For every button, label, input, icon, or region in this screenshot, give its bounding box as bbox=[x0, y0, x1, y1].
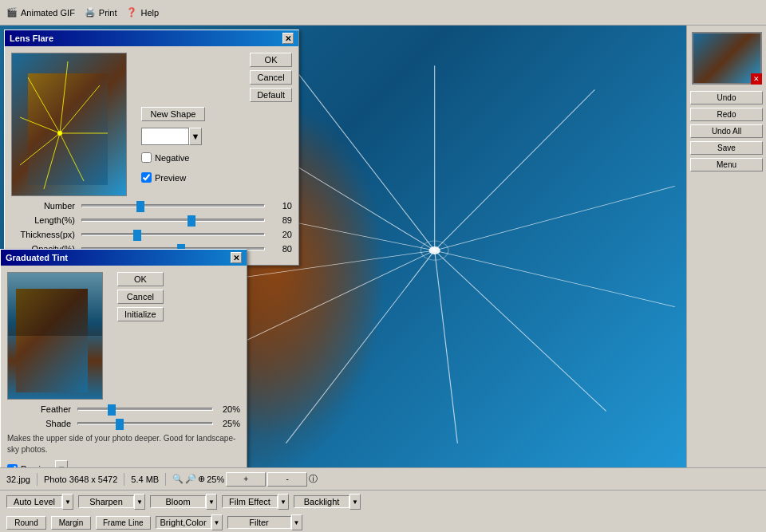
length-slider[interactable] bbox=[81, 219, 265, 222]
feather-value: 20% bbox=[218, 404, 240, 414]
film-effect-arrow[interactable]: ▼ bbox=[278, 494, 289, 510]
thickness-value: 20 bbox=[270, 230, 292, 239]
save-btn[interactable]: Save bbox=[690, 141, 763, 155]
bottom-area: Auto Level ▼ Sharpen ▼ Bloom ▼ bbox=[0, 490, 766, 532]
number-slider-row: Number 10 bbox=[11, 201, 292, 211]
zoom-out-btn[interactable]: - bbox=[267, 472, 307, 487]
shade-slider[interactable] bbox=[77, 422, 213, 425]
print-btn[interactable]: 🖨️ Print bbox=[85, 7, 117, 18]
dimensions: Photo 3648 x 5472 bbox=[44, 475, 117, 484]
graduated-tint-dialog: Graduated Tint ✕ OK Ca bbox=[0, 249, 247, 467]
sliders-section: Number 10 Length(%) 89 bbox=[11, 201, 292, 254]
grad-tint-titlebar: Graduated Tint ✕ bbox=[1, 250, 247, 266]
svg-point-22 bbox=[57, 131, 62, 136]
thickness-slider[interactable] bbox=[81, 233, 265, 236]
thickness-thumb[interactable] bbox=[133, 230, 141, 241]
number-label: Number bbox=[11, 201, 75, 211]
length-label: Length(%) bbox=[11, 215, 75, 225]
grad-tint-initialize-btn[interactable]: Initialize bbox=[117, 307, 164, 321]
zoom-in-btn[interactable]: + bbox=[226, 472, 266, 487]
filter-arrow[interactable]: ▼ bbox=[291, 514, 302, 530]
opacity-value: 80 bbox=[270, 244, 292, 254]
lens-flare-close-btn[interactable]: ✕ bbox=[282, 33, 294, 44]
filter-select[interactable]: Filter ▼ bbox=[227, 514, 302, 530]
svg-line-16 bbox=[20, 133, 60, 165]
grad-tint-ok-btn[interactable]: OK bbox=[117, 272, 164, 286]
bottom-bright-color-arrow[interactable]: ▼ bbox=[211, 514, 223, 530]
bloom-select[interactable]: Bloom ▼ bbox=[150, 494, 217, 510]
undo-btn[interactable]: Undo bbox=[690, 91, 763, 104]
shape-dropdown-arrow[interactable]: ▼ bbox=[189, 128, 202, 145]
lens-flare-ok-btn[interactable]: OK bbox=[250, 53, 292, 67]
number-thumb[interactable] bbox=[136, 201, 144, 212]
preview-checkbox[interactable] bbox=[141, 172, 152, 183]
shade-value: 25% bbox=[218, 419, 240, 428]
footer-dropdown-arrow[interactable]: ▼ bbox=[55, 460, 68, 467]
zoom-icon-2: 🔎 bbox=[185, 474, 196, 484]
status-bar: 32.jpg Photo 3648 x 5472 5.4 MB 🔍 🔎 ⊕ 25… bbox=[0, 467, 766, 490]
filter-box: Filter bbox=[227, 516, 291, 529]
bottom-round-btn[interactable]: Round bbox=[6, 516, 46, 530]
bottom-margin-btn[interactable]: Margin bbox=[51, 516, 91, 530]
grad-tint-footer: Preview ▼ bbox=[7, 460, 240, 467]
redo-btn[interactable]: Redo bbox=[690, 108, 763, 121]
help-btn[interactable]: ❓ Help bbox=[126, 7, 159, 18]
backlight-select[interactable]: Backlight ▼ bbox=[294, 494, 361, 510]
bottom-bright-color-select[interactable]: Bright,Color ▼ bbox=[156, 514, 223, 530]
zoom-level: 25% bbox=[207, 475, 224, 484]
grad-preview-checkbox[interactable] bbox=[7, 464, 18, 468]
sharpen-select[interactable]: Sharpen ▼ bbox=[78, 494, 145, 510]
shape-dropdown-box[interactable] bbox=[141, 128, 189, 145]
negative-checkbox[interactable] bbox=[141, 152, 152, 163]
backlight-arrow[interactable]: ▼ bbox=[349, 494, 361, 510]
number-value: 10 bbox=[270, 201, 292, 211]
lens-flare-cancel-btn[interactable]: Cancel bbox=[250, 70, 292, 85]
thickness-label: Thickness(px) bbox=[11, 230, 75, 239]
negative-row: Negative bbox=[141, 152, 292, 163]
filesize: 5.4 MB bbox=[131, 475, 159, 484]
bottom-controls-row1: Auto Level ▼ Sharpen ▼ Bloom ▼ bbox=[0, 491, 766, 513]
sep2 bbox=[124, 473, 124, 486]
grad-tint-content: OK Cancel Initialize Feather 20% bbox=[1, 266, 247, 467]
grad-tint-cancel-btn[interactable]: Cancel bbox=[117, 290, 164, 304]
shade-thumb[interactable] bbox=[116, 419, 124, 430]
app-window: 🎬 Animated GIF 🖨️ Print ❓ Help bbox=[0, 0, 766, 532]
shade-slider-row: Shade 25% bbox=[7, 419, 240, 428]
auto-level-box: Auto Level bbox=[6, 495, 62, 508]
thumbnail-preview: ✕ bbox=[692, 32, 762, 85]
thumbnail-close-btn[interactable]: ✕ bbox=[751, 73, 762, 85]
number-slider[interactable] bbox=[81, 204, 265, 207]
sharpen-arrow[interactable]: ▼ bbox=[134, 494, 145, 510]
feather-label: Feather bbox=[7, 404, 71, 414]
menu-btn[interactable]: Menu bbox=[690, 158, 763, 171]
help-icon: ❓ bbox=[126, 7, 137, 18]
undo-all-btn[interactable]: Undo All bbox=[690, 124, 763, 138]
svg-line-6 bbox=[435, 250, 606, 411]
zoom-controls: 🔍 🔎 ⊕ 25% + - ⓘ bbox=[172, 472, 318, 487]
negative-label: Negative bbox=[155, 153, 189, 163]
grad-tint-close-btn[interactable]: ✕ bbox=[231, 252, 242, 263]
preview-row: Preview bbox=[141, 172, 292, 183]
feather-thumb[interactable] bbox=[108, 404, 116, 416]
svg-point-12 bbox=[429, 246, 440, 254]
sharpen-box: Sharpen bbox=[78, 495, 134, 508]
lens-flare-default-btn[interactable]: Default bbox=[250, 88, 292, 102]
feather-slider[interactable] bbox=[77, 408, 213, 411]
auto-level-select[interactable]: Auto Level ▼ bbox=[6, 494, 73, 510]
auto-level-arrow[interactable]: ▼ bbox=[62, 494, 73, 510]
zoom-fit-icon: ⓘ bbox=[309, 473, 318, 485]
content-area: Lens Flare ✕ bbox=[0, 26, 766, 467]
animated-gif-btn[interactable]: 🎬 Animated GIF bbox=[6, 7, 75, 18]
bottom-bright-color-box: Bright,Color bbox=[156, 516, 211, 529]
filename: 32.jpg bbox=[6, 475, 30, 484]
shape-dropdown: ▼ bbox=[141, 128, 292, 145]
right-panel: ✕ Undo Redo Undo All Save Menu bbox=[686, 26, 766, 467]
film-effect-select[interactable]: Film Effect ▼ bbox=[222, 494, 289, 510]
length-thumb[interactable] bbox=[188, 215, 195, 227]
thickness-slider-row: Thickness(px) 20 bbox=[11, 230, 292, 239]
new-shape-btn[interactable]: New Shape bbox=[141, 107, 205, 121]
bloom-arrow[interactable]: ▼ bbox=[206, 494, 217, 510]
zoom-icon-1: 🔍 bbox=[172, 474, 184, 484]
bottom-frame-line-btn[interactable]: Frame Line bbox=[96, 516, 151, 530]
svg-line-21 bbox=[60, 61, 68, 133]
